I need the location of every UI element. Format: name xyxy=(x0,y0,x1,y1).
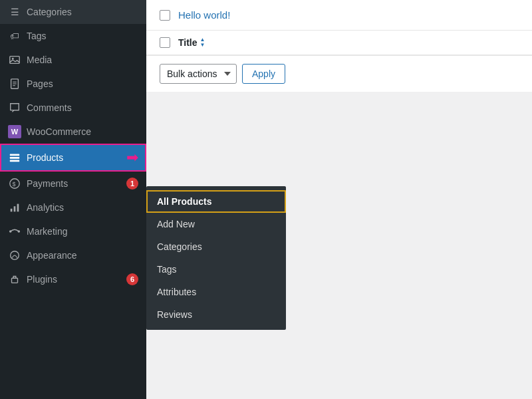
svg-point-15 xyxy=(18,230,21,233)
svg-rect-7 xyxy=(10,157,19,159)
sidebar-item-tags[interactable]: 🏷 Tags xyxy=(0,24,146,48)
submenu-item-add-new[interactable]: Add New xyxy=(146,213,286,235)
payments-badge: 1 xyxy=(126,178,138,190)
svg-rect-0 xyxy=(10,57,19,64)
sidebar-item-analytics[interactable]: Analytics xyxy=(0,196,146,219)
sidebar-item-label: Tags xyxy=(27,31,138,41)
comments-icon xyxy=(8,101,21,114)
media-icon xyxy=(8,53,21,66)
svg-rect-17 xyxy=(12,278,18,283)
sidebar-item-label: Comments xyxy=(27,102,138,113)
sidebar-item-marketing[interactable]: Marketing xyxy=(0,219,146,243)
sidebar-item-label: Marketing xyxy=(27,226,138,237)
sidebar-item-products[interactable]: Products ➡ xyxy=(0,144,146,172)
plugins-icon xyxy=(8,273,21,286)
pages-icon xyxy=(8,77,21,90)
sidebar-item-categories[interactable]: ☰ Categories xyxy=(0,0,146,24)
sidebar-item-woocommerce[interactable]: W WooCommerce xyxy=(0,120,146,144)
sidebar-item-comments[interactable]: Comments xyxy=(0,96,146,120)
submenu-item-reviews[interactable]: Reviews xyxy=(146,303,286,326)
hello-world-link[interactable]: Hello world! xyxy=(178,9,230,21)
svg-rect-11 xyxy=(11,209,13,212)
products-submenu: All Products Add New Categories Tags Att… xyxy=(146,186,286,330)
sidebar-item-label: Payments xyxy=(27,178,121,189)
sidebar-item-label: Pages xyxy=(27,78,138,89)
payments-icon: $ xyxy=(8,177,21,190)
svg-point-1 xyxy=(12,58,14,60)
sidebar-item-label: Products xyxy=(27,152,116,163)
svg-rect-6 xyxy=(10,154,19,156)
apply-button[interactable]: Apply xyxy=(242,64,285,84)
sidebar-item-appearance[interactable]: Appearance xyxy=(0,243,146,267)
woocommerce-icon: W xyxy=(8,125,21,138)
submenu-item-categories[interactable]: Categories xyxy=(146,235,286,258)
submenu-item-all-products[interactable]: All Products xyxy=(146,190,286,213)
svg-rect-8 xyxy=(10,160,19,162)
sidebar-item-label: Appearance xyxy=(27,250,138,261)
sidebar-item-label: Media xyxy=(27,55,138,65)
sidebar: ☰ Categories 🏷 Tags Media Pages Comments… xyxy=(0,0,146,399)
tags-icon: 🏷 xyxy=(8,29,21,43)
table-row-hello: Hello world! xyxy=(146,0,532,31)
categories-icon: ☰ xyxy=(8,5,21,19)
svg-rect-13 xyxy=(17,204,19,212)
analytics-icon xyxy=(8,201,21,214)
marketing-icon xyxy=(8,225,21,238)
sidebar-item-pages[interactable]: Pages xyxy=(0,72,146,96)
table-row-title: Title ▲▼ xyxy=(146,31,532,55)
submenu-item-attributes[interactable]: Attributes xyxy=(146,281,286,303)
title-checkbox[interactable] xyxy=(160,37,170,48)
sidebar-item-label: Analytics xyxy=(27,202,138,213)
sidebar-item-label: Plugins xyxy=(27,274,121,285)
svg-text:$: $ xyxy=(12,181,15,188)
sidebar-item-label: Categories xyxy=(27,7,138,17)
sidebar-item-plugins[interactable]: Plugins 6 xyxy=(0,267,146,291)
svg-rect-12 xyxy=(14,206,16,211)
plugins-badge: 6 xyxy=(126,273,138,285)
bulk-actions-bar: Bulk actions Apply xyxy=(146,55,532,92)
appearance-icon xyxy=(8,249,21,262)
bulk-actions-select[interactable]: Bulk actions xyxy=(160,64,237,84)
svg-point-14 xyxy=(9,230,12,233)
sort-arrows-icon[interactable]: ▲▼ xyxy=(200,37,205,48)
submenu-item-tags[interactable]: Tags xyxy=(146,258,286,281)
sidebar-item-media[interactable]: Media xyxy=(0,48,146,72)
products-icon xyxy=(8,151,21,164)
title-col-label: Title xyxy=(178,37,198,48)
hello-checkbox[interactable] xyxy=(160,10,170,21)
pink-arrow-icon: ➡ xyxy=(126,149,138,166)
sidebar-item-label: WooCommerce xyxy=(27,126,138,137)
sidebar-item-payments[interactable]: $ Payments 1 xyxy=(0,172,146,196)
